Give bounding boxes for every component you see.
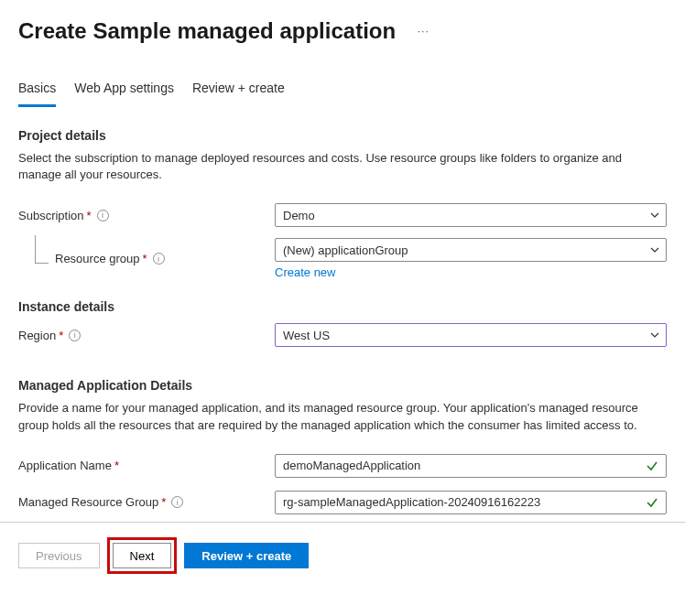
tab-review-create[interactable]: Review + create — [192, 81, 285, 107]
application-name-row: Application Name * demoManagedApplicatio… — [18, 452, 667, 480]
resource-group-select[interactable]: (New) applicationGroup — [275, 238, 667, 262]
subscription-label-text: Subscription — [18, 209, 84, 222]
check-icon — [646, 459, 658, 472]
subscription-label: Subscription * i — [18, 209, 275, 222]
previous-button[interactable]: Previous — [18, 543, 100, 568]
required-star: * — [114, 459, 119, 472]
subscription-select[interactable]: Demo — [275, 203, 667, 227]
required-star: * — [143, 252, 147, 265]
resource-group-label: Resource group * i — [18, 252, 275, 265]
tabs: Basics Web App settings Review + create — [18, 81, 667, 108]
page-title: Create Sample managed application — [18, 18, 396, 44]
chevron-down-icon — [649, 330, 660, 340]
create-new-link[interactable]: Create new — [275, 265, 335, 279]
required-star: * — [87, 209, 92, 222]
tab-web-app-settings[interactable]: Web App settings — [74, 81, 174, 107]
managed-resource-group-label-text: Managed Resource Group — [18, 495, 158, 509]
resource-group-label-text: Resource group — [55, 252, 140, 265]
info-icon[interactable]: i — [97, 210, 109, 222]
tab-basics[interactable]: Basics — [18, 81, 56, 107]
instance-details-heading: Instance details — [18, 299, 667, 314]
region-row: Region * i West US — [18, 321, 667, 349]
managed-resource-group-row: Managed Resource Group * i rg-sampleMana… — [18, 489, 667, 516]
application-name-label: Application Name * — [18, 459, 275, 472]
project-details-heading: Project details — [18, 128, 667, 143]
region-value: West US — [283, 329, 330, 342]
check-icon — [646, 496, 658, 509]
info-icon[interactable]: i — [69, 330, 81, 341]
application-name-input[interactable]: demoManagedApplication — [275, 454, 667, 478]
more-icon[interactable]: ··· — [418, 25, 429, 38]
managed-app-details-heading: Managed Application Details — [18, 378, 667, 393]
managed-resource-group-label: Managed Resource Group * i — [18, 495, 275, 509]
resource-group-row: Resource group * i (New) applicationGrou… — [18, 238, 667, 279]
region-select[interactable]: West US — [275, 323, 667, 347]
footer-bar: Previous Next Review + create — [0, 522, 685, 589]
managed-resource-group-input[interactable]: rg-sampleManagedApplication-202409161622… — [275, 491, 667, 514]
required-star: * — [59, 329, 63, 342]
next-button-highlight: Next — [107, 537, 178, 574]
subscription-row: Subscription * i Demo — [18, 201, 667, 229]
resource-group-value: (New) applicationGroup — [283, 243, 408, 257]
managed-app-details-description: Provide a name for your managed applicat… — [18, 400, 659, 433]
next-button[interactable]: Next — [113, 543, 172, 568]
managed-resource-group-value: rg-sampleManagedApplication-202409161622… — [283, 495, 540, 509]
application-name-value: demoManagedApplication — [283, 459, 420, 472]
project-details-description: Select the subscription to manage deploy… — [18, 150, 659, 183]
region-label: Region * i — [18, 329, 275, 342]
region-label-text: Region — [18, 329, 56, 342]
info-icon[interactable]: i — [171, 496, 183, 508]
review-create-button[interactable]: Review + create — [184, 543, 309, 568]
chevron-down-icon — [649, 244, 660, 255]
required-star: * — [161, 495, 166, 509]
info-icon[interactable]: i — [153, 253, 165, 265]
chevron-down-icon — [649, 210, 660, 221]
subscription-value: Demo — [283, 209, 315, 222]
application-name-label-text: Application Name — [18, 459, 112, 472]
